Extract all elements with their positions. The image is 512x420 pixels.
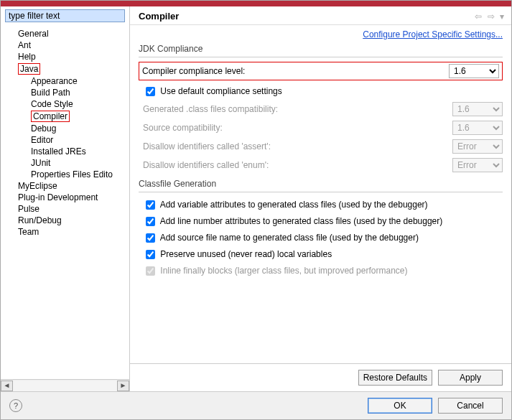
tree-item-myeclipse[interactable]: MyEclipse [18,180,129,192]
use-default-label: Use default compliance settings [160,86,281,96]
src-compat-label: Source compatibility: [143,123,452,133]
ok-button[interactable]: OK [368,398,432,414]
help-icon[interactable]: ? [9,399,22,412]
tree-item-appearance[interactable]: Appearance [31,75,129,87]
page-button-bar: Restore Defaults Apply [130,363,511,391]
nav-menu-icon[interactable]: ▾ [500,11,504,22]
inline-row: Inline finally blocks (larger class file… [139,263,503,279]
header-nav: ⇦ ⇨ ▾ [472,11,504,22]
dialog-content: General Ant Help Java Appearance Build P… [1,6,511,391]
scroll-right-icon[interactable]: ► [117,381,129,391]
src-compat-row: Source compatibility: 1.6 [139,118,503,137]
jdk-group-rule [139,57,503,57]
sidebar-hscrollbar[interactable]: ◄ ► [1,379,129,391]
src-file-checkbox[interactable] [146,233,155,243]
tree-item-ant[interactable]: Ant [18,39,129,51]
preserve-checkbox[interactable] [146,250,155,259]
nav-back-icon[interactable]: ⇦ [475,11,482,22]
jdk-group-label: JDK Compliance [139,44,503,54]
tree-item-team[interactable]: Team [18,226,129,238]
disallow-assert-select: Error [452,139,503,154]
nav-fwd-icon[interactable]: ⇨ [488,11,495,22]
configure-project-link[interactable]: Configure Project Specific Settings... [363,29,503,39]
highlight-java: Java [18,63,40,75]
tree-item-plugindev[interactable]: Plug-in Development [18,192,129,203]
disallow-enum-select: Error [452,158,503,172]
src-compat-select: 1.6 [452,121,503,135]
tree-item-buildpath[interactable]: Build Path [31,87,129,98]
disallow-enum-row: Disallow identifiers called 'enum': Erro… [139,156,503,174]
tree-item-installedjres[interactable]: Installed JREs [31,146,129,157]
project-settings-link-row: Configure Project Specific Settings... [139,29,503,39]
tree-item-propfiles[interactable]: Properties Files Edito [31,169,129,180]
tree-item-rundebug[interactable]: Run/Debug [18,215,129,226]
tree-item-codestyle[interactable]: Code Style [31,98,129,110]
tree-item-help[interactable]: Help [18,51,129,62]
inline-checkbox [146,266,155,276]
var-attr-label: Add variable attributes to generated cla… [160,200,428,210]
scroll-left-icon[interactable]: ◄ [1,381,13,391]
disallow-assert-label: Disallow identifiers called 'assert': [143,141,452,151]
line-attr-row: Add line number attributes to generated … [139,213,503,230]
var-attr-checkbox[interactable] [146,200,155,210]
tree-item-java[interactable]: Java [18,62,129,75]
classfile-group-rule [139,192,503,192]
tree-item-debug[interactable]: Debug [31,123,129,134]
title-bar [1,1,511,6]
src-file-row: Add source file name to generated class … [139,230,503,246]
tree-item-editor[interactable]: Editor [31,134,129,146]
restore-defaults-button[interactable]: Restore Defaults [358,370,432,386]
use-default-checkbox[interactable] [146,87,155,96]
use-default-row: Use default compliance settings [139,83,503,100]
page-title: Compiler [139,11,472,22]
dialog-footer: ? OK Cancel [1,391,511,419]
filter-input[interactable] [5,9,125,22]
sidebar: General Ant Help Java Appearance Build P… [1,6,130,391]
tree-item-junit[interactable]: JUnit [31,157,129,169]
preserve-row: Preserve unused (never read) local varia… [139,246,503,263]
compliance-level-select[interactable]: 1.6 [449,64,499,78]
gen-class-select: 1.6 [452,102,503,116]
highlight-compiler: Compiler [31,111,70,122]
compliance-level-label: Compiler compliance level: [142,66,449,76]
apply-button[interactable]: Apply [438,370,503,386]
page-body: Configure Project Specific Settings... J… [130,25,511,363]
inline-label: Inline finally blocks (larger class file… [160,266,407,276]
scroll-track[interactable] [13,381,117,391]
tree-item-general[interactable]: General [18,28,129,39]
src-file-label: Add source file name to generated class … [160,233,419,243]
preserve-label: Preserve unused (never read) local varia… [160,249,332,259]
gen-class-row: Generated .class files compatibility: 1.… [139,100,503,118]
line-attr-label: Add line number attributes to generated … [160,216,443,226]
disallow-assert-row: Disallow identifiers called 'assert': Er… [139,137,503,156]
tree-item-pulse[interactable]: Pulse [18,203,129,215]
page-header: Compiler ⇦ ⇨ ▾ [130,6,511,25]
cancel-button[interactable]: Cancel [438,398,503,414]
preferences-tree: General Ant Help Java Appearance Build P… [1,25,129,379]
main-panel: Compiler ⇦ ⇨ ▾ Configure Project Specifi… [130,6,511,391]
compliance-level-row: Compiler compliance level: 1.6 [139,62,503,80]
gen-class-label: Generated .class files compatibility: [143,104,452,114]
disallow-enum-label: Disallow identifiers called 'enum': [143,160,452,170]
line-attr-checkbox[interactable] [146,217,155,226]
tree-item-compiler[interactable]: Compiler [31,110,129,123]
var-attr-row: Add variable attributes to generated cla… [139,197,503,213]
classfile-group-label: Classfile Generation [139,179,503,189]
